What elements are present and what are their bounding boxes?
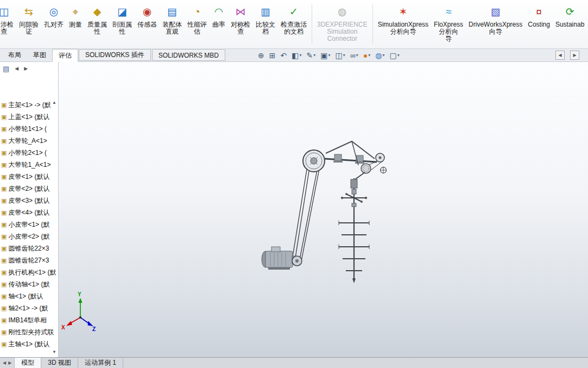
view-settings-button[interactable]: ▢▾ (388, 51, 401, 60)
toolbar-button-assembly-visualization[interactable]: ▤装配体 直观 (160, 3, 185, 35)
tab-nav-left-icon[interactable]: ◀ (3, 360, 6, 365)
tree-item[interactable]: ▣小带轮1<1> ( (0, 123, 58, 135)
view-orientation-button[interactable]: ▣▾ (319, 51, 332, 60)
toolbar-button-label: Costing (528, 21, 550, 28)
toolbar-button-label: 检查激活 的文档 (281, 21, 307, 35)
toolbar-button-clearance-verification[interactable]: ⇆间隙验 证 (16, 3, 41, 35)
toolbar-button-symmetry-check[interactable]: ⋈对称检 查 (228, 3, 253, 35)
feature-tree: ▣主架<1> -> (默▣上盖<1> (默认▣小带轮1<1> (▣大带轮_A<1… (0, 99, 58, 350)
tree-item[interactable]: ▣上盖<1> (默认 (0, 111, 58, 123)
tree-item[interactable]: ▣圆锥齿轮22×3 (0, 242, 58, 254)
panel-forward-button[interactable]: ▶ (24, 66, 28, 71)
tab-nav-right-icon[interactable]: ▶ (8, 360, 11, 365)
toolbar-button-costing[interactable]: ¤Costing (525, 3, 553, 28)
driveworksxpress-wizard-icon: ▧ (491, 4, 501, 20)
tree-item[interactable]: ▣执行机构<1> (默 (0, 266, 58, 278)
part-icon: ▣ (1, 281, 7, 288)
toolbar-button-performance-evaluation[interactable]: ◔性能评 估 (185, 3, 210, 35)
zoom-area-button[interactable]: ⊞ (268, 51, 277, 60)
mass-properties-icon: ◆ (93, 4, 102, 20)
toolbar-button-compare-documents[interactable]: ▥比较文 档 (253, 3, 278, 35)
tree-item[interactable]: ▣大带轮_A<1> (0, 135, 58, 147)
assembly-model-canvas: Y X Z (59, 62, 588, 357)
command-tab-solidworks-mbd[interactable]: SOLIDWORKS MBD (152, 49, 225, 61)
tree-scrollbar[interactable]: ▲ ▼ (50, 100, 58, 354)
tree-item[interactable]: ▣轴2<1> -> (默 (0, 302, 58, 314)
tree-item[interactable]: ▣小带轮2<1> ( (0, 147, 58, 159)
hole-alignment-icon: ◎ (49, 4, 59, 20)
tree-item[interactable]: ▣轴<1> (默认 (0, 290, 58, 302)
previous-view-button[interactable]: ↶ (279, 51, 289, 60)
belt-drive (292, 166, 319, 262)
toolbar-button-driveworksxpress-wizard[interactable]: ▧DriveWorksXpress 向导 (466, 3, 525, 35)
toolbar-button-hole-alignment[interactable]: ◎孔对齐 (41, 3, 66, 28)
symmetry-check-icon: ⋈ (236, 4, 246, 20)
toolbar-button-sensor[interactable]: ◉传感器 (135, 3, 160, 28)
part-icon: ▣ (1, 233, 7, 240)
command-tab-evaluate[interactable]: 评估 (52, 49, 78, 62)
annotation-view-button[interactable]: ✎▾ (305, 51, 318, 60)
command-tab-solidworks-addins[interactable]: SOLIDWORKS 插件 (79, 49, 151, 61)
tree-item-label: 小带轮1<1> ( (8, 124, 47, 134)
part-icon: ▣ (1, 317, 7, 324)
part-icon: ▣ (1, 173, 7, 180)
document-tab-motion-study-1[interactable]: 运动算例 1 (78, 358, 123, 368)
status-bar: ◀ ▶ 模型3D 视图运动算例 1 (0, 357, 588, 368)
tree-item[interactable]: ▣主轴<1> (默认 (0, 338, 58, 350)
tree-item-label: 小皮带<2> (默 (8, 232, 49, 241)
graphics-viewport[interactable]: Y X Z (59, 62, 588, 357)
zoom-fit-button[interactable]: ⊕ (256, 51, 266, 60)
tree-item[interactable]: ▣小皮带<1> (默 (0, 219, 58, 230)
toolbar-button-label: 比较文 档 (256, 21, 275, 35)
dropdown-caret-icon: ▾ (343, 53, 345, 58)
toolbar-button-interference-check[interactable]: ◫干涉检 查 (0, 3, 16, 35)
toolbar-button-floxpress-wizard[interactable]: ≈FloXpress 分析向 导 (431, 3, 466, 42)
tree-item-label: 刚性型夹持式联 (8, 328, 54, 337)
collapse-left-button[interactable]: ◀ (555, 51, 565, 60)
toolbar-button-curvature[interactable]: ◠曲率 (210, 3, 228, 28)
scroll-down-icon[interactable]: ▼ (52, 350, 56, 354)
command-tab-sketch[interactable]: 草图 (27, 49, 52, 61)
part-icon: ▣ (1, 161, 7, 169)
document-tab-3d-views[interactable]: 3D 视图 (41, 358, 78, 368)
document-tabs: 模型3D 视图运动算例 1 (15, 358, 123, 368)
edit-appearance-button[interactable]: ●▾ (362, 51, 372, 60)
toolbar-button-label: 质量属 性 (87, 21, 107, 35)
tree-item[interactable]: ▣皮带<2> (默认 (0, 183, 58, 195)
toolbar-button-mass-properties[interactable]: ◆质量属 性 (85, 3, 110, 35)
tree-item[interactable]: ▣皮带<3> (默认 (0, 195, 58, 207)
tree-item[interactable]: ▣皮带<4> (默认 (0, 207, 58, 219)
toolbar-button-label: Sustainab (555, 21, 584, 28)
display-style-button[interactable]: ◫▾ (334, 51, 347, 60)
toolbar-button-measure[interactable]: ⌖测量 (66, 3, 85, 28)
tree-item[interactable]: ▣刚性型夹持式联 (0, 326, 58, 338)
document-tab-model[interactable]: 模型 (15, 358, 41, 368)
toolbar-button-sustainability[interactable]: ⟳Sustainab (553, 3, 587, 28)
collapse-right-button[interactable]: ▶ (570, 51, 579, 60)
tree-item[interactable]: ▣大带轮1_A<1> (0, 159, 58, 171)
assembly-visualization-icon: ▤ (167, 4, 177, 20)
tree-item[interactable]: ▣小皮带<2> (默 (0, 230, 58, 242)
tree-item[interactable]: ▣传动轴<1> (默 (0, 278, 58, 290)
section-view-button[interactable]: ◧▾ (290, 51, 303, 60)
tree-item[interactable]: ▣IMB14型单相 (0, 314, 58, 326)
command-tab-layout[interactable]: 布局 (2, 49, 27, 61)
tree-item-label: 上盖<1> (默认 (8, 113, 49, 122)
featuremanager-tab-icon[interactable]: ▤ (3, 65, 9, 73)
panel-back-button[interactable]: ◀ (15, 66, 18, 71)
scroll-up-icon[interactable]: ▲ (52, 100, 56, 105)
toolbar-button-label: 性能评 估 (187, 21, 207, 35)
apply-scene-button[interactable]: ◍▾ (374, 51, 386, 60)
toolbar-button-label: 3DEXPERIENCE Simulation Connector (317, 21, 368, 42)
tree-item[interactable]: ▣圆锥齿轮27×3 (0, 254, 58, 266)
toolbar-button-simulationxpress-wizard[interactable]: ✶SimulationXpress 分析向导 (375, 3, 431, 35)
toolbar-button-check-active-document[interactable]: ✓检查激活 的文档 (278, 3, 309, 35)
solidworks-window: ◫干涉检 查⇆间隙验 证◎孔对齐⌖测量◆质量属 性◪剖面属 性◉传感器▤装配体 … (0, 0, 588, 368)
measure-icon: ⌖ (73, 4, 79, 20)
tree-item[interactable]: ▣主架<1> -> (默 (0, 99, 58, 111)
dropdown-caret-icon: ▾ (382, 53, 384, 58)
tree-item[interactable]: ▣皮带<1> (默认 (0, 171, 58, 183)
display-style-icon: ◫ (336, 51, 343, 60)
hide-show-items-button[interactable]: ∞▾ (349, 51, 360, 60)
toolbar-button-section-properties[interactable]: ◪剖面属 性 (110, 3, 135, 35)
